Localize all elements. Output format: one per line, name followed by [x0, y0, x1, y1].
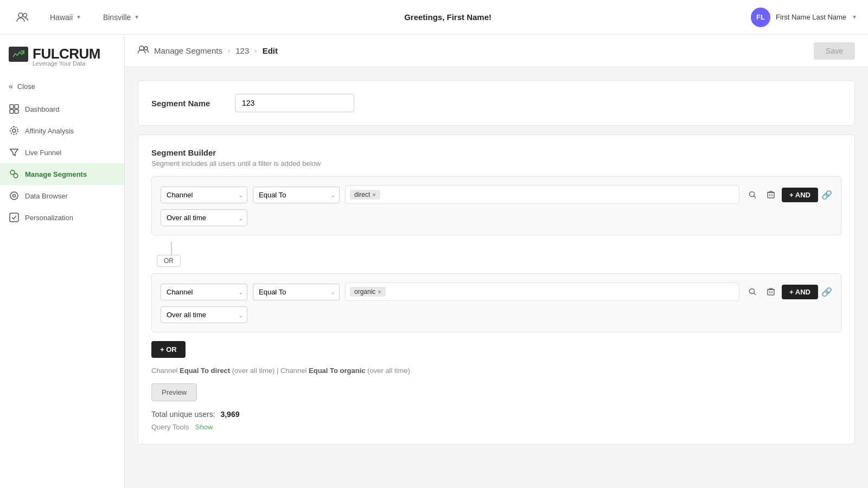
query-summary: Channel Equal To direct (over all time) … [151, 367, 841, 375]
search-button-2[interactable] [745, 284, 760, 299]
filter-tags-1[interactable]: direct × [345, 185, 739, 204]
total-users: Total unique users: 3,969 [151, 410, 841, 419]
sidebar-item-label: Manage Segments [25, 170, 87, 178]
sidebar-item-dashboard[interactable]: Dashboard [0, 98, 124, 120]
breadcrumb-bar: Manage Segments › 123 › Edit Save [125, 35, 868, 67]
close-button[interactable]: « Close [0, 78, 124, 95]
time-select-2[interactable]: Over all time [161, 306, 247, 323]
svg-rect-3 [15, 105, 18, 108]
user-name: First Name Last Name [776, 13, 846, 21]
user-chevron-icon[interactable]: ▼ [852, 14, 857, 20]
filter-tags-2[interactable]: organic × [345, 282, 739, 301]
breadcrumb-sep-1: › [228, 47, 230, 55]
breadcrumb-icon [138, 46, 149, 56]
affinity-icon [9, 125, 20, 136]
field-select-1[interactable]: Channel [161, 187, 247, 203]
segment-name-input[interactable] [235, 94, 354, 112]
sidebar-item-label: Data Browser [25, 192, 68, 200]
delete-button-2[interactable] [763, 284, 778, 299]
filter-row-2b: Over all time [161, 306, 832, 323]
svg-rect-4 [10, 110, 14, 113]
sidebar-item-affinity-analysis[interactable]: Affinity Analysis [0, 120, 124, 142]
svg-rect-24 [768, 290, 774, 295]
time-select-wrapper-1: Over all time [161, 209, 247, 226]
query-tools-show-link[interactable]: Show [195, 423, 213, 431]
breadcrumb-id: 123 [235, 46, 249, 55]
main-layout: FULCRUM Leverage Your Data « Close Dashb… [0, 35, 868, 488]
preview-button[interactable]: Preview [151, 383, 197, 401]
filter-group-1: Channel Equal To direct × [151, 176, 841, 235]
link-icon-1[interactable]: 🔗 [821, 190, 832, 200]
builder-subtitle: Segment includes all users until a filte… [151, 159, 841, 168]
operator-select-wrapper-2: Equal To [253, 284, 340, 300]
operator-select-wrapper-1: Equal To [253, 187, 340, 203]
greeting: Greetings, First Name! [404, 12, 492, 22]
svg-line-17 [754, 196, 756, 198]
field-select-wrapper-2: Channel [161, 284, 247, 300]
tag-organic-remove[interactable]: × [378, 288, 381, 295]
filter-actions-2: + AND 🔗 [745, 284, 832, 299]
breadcrumb-section: Manage Segments [154, 46, 222, 55]
filter-row-1: Channel Equal To direct × [161, 185, 832, 204]
field-select-wrapper-1: Channel [161, 187, 247, 203]
or-connector: OR [151, 237, 841, 271]
segment-name-label: Segment Name [151, 99, 222, 108]
segment-builder-card: Segment Builder Segment includes all use… [138, 134, 855, 445]
link-icon-2[interactable]: 🔗 [821, 287, 832, 297]
svg-point-15 [144, 47, 148, 50]
content-area: Manage Segments › 123 › Edit Save Segmen… [125, 35, 868, 488]
segment-name-card: Segment Name [138, 80, 855, 126]
svg-rect-5 [15, 110, 18, 113]
sidebar-item-live-funnel[interactable]: Live Funnel [0, 142, 124, 163]
svg-point-22 [750, 289, 755, 294]
hawaii-chevron-icon: ▼ [76, 14, 81, 20]
svg-line-23 [754, 293, 756, 296]
dashboard-icon [9, 104, 20, 114]
people-icon-header[interactable] [11, 9, 34, 25]
header: Hawaii ▼ Binsville ▼ Greetings, First Na… [0, 0, 868, 35]
logo-icon [9, 47, 28, 62]
filter-actions-1: + AND 🔗 [745, 187, 832, 202]
save-button[interactable]: Save [814, 42, 855, 60]
filter-group-2: Channel Equal To organic × [151, 273, 841, 332]
search-button-1[interactable] [745, 187, 760, 202]
sidebar-item-data-browser[interactable]: Data Browser [0, 185, 124, 207]
header-left: Hawaii ▼ Binsville ▼ [11, 9, 145, 25]
breadcrumb-current: Edit [263, 46, 278, 55]
field-select-2[interactable]: Channel [161, 284, 247, 300]
sidebar-item-manage-segments[interactable]: Manage Segments [0, 163, 124, 185]
header-right: FL First Name Last Name ▼ [751, 8, 857, 27]
svg-point-6 [12, 129, 16, 132]
sidebar-item-label: Personalization [25, 214, 73, 222]
sidebar-item-label: Affinity Analysis [25, 127, 74, 135]
operator-select-2[interactable]: Equal To [253, 284, 340, 300]
logo-area: FULCRUM Leverage Your Data [0, 40, 124, 78]
svg-rect-18 [768, 192, 774, 198]
data-browser-icon [9, 190, 20, 201]
or-badge: OR [157, 255, 181, 267]
filter-row-2: Channel Equal To organic × [161, 282, 832, 301]
builder-title: Segment Builder [151, 148, 841, 157]
sidebar-item-personalization[interactable]: Personalization [0, 207, 124, 228]
time-select-wrapper-2: Over all time [161, 306, 247, 323]
time-select-1[interactable]: Over all time [161, 209, 247, 226]
binsville-dropdown[interactable]: Binsville ▼ [98, 10, 145, 25]
svg-point-16 [750, 192, 755, 197]
segments-icon [9, 169, 20, 179]
personalization-icon [9, 212, 20, 223]
svg-point-7 [10, 127, 18, 134]
operator-select-1[interactable]: Equal To [253, 187, 340, 203]
segment-name-row: Segment Name [151, 94, 841, 112]
sidebar: FULCRUM Leverage Your Data « Close Dashb… [0, 35, 125, 488]
svg-point-0 [18, 13, 23, 17]
tag-direct-remove[interactable]: × [372, 191, 375, 198]
hawaii-dropdown[interactable]: Hawaii ▼ [44, 10, 87, 25]
add-or-button[interactable]: + OR [151, 341, 186, 358]
delete-button-1[interactable] [763, 187, 778, 202]
svg-point-10 [14, 174, 18, 178]
and-button-2[interactable]: + AND [782, 285, 818, 299]
and-button-1[interactable]: + AND [782, 188, 818, 202]
svg-rect-2 [10, 105, 14, 108]
breadcrumb-sep-2: › [254, 47, 257, 55]
tag-direct: direct × [350, 190, 380, 200]
